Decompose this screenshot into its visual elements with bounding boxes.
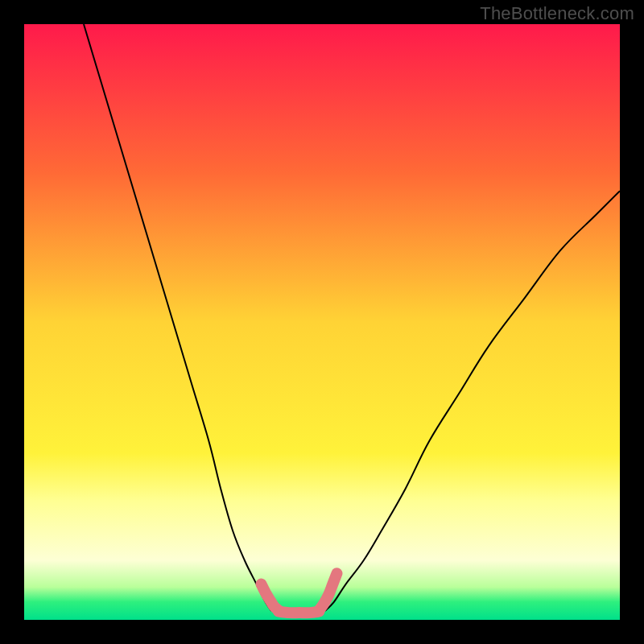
watermark-text: TheBottleneck.com: [480, 3, 634, 24]
plot-background: [24, 24, 620, 620]
bottleneck-chart: [0, 0, 644, 644]
chart-frame: TheBottleneck.com: [0, 0, 644, 644]
series-highlight-bottom: [279, 612, 319, 613]
